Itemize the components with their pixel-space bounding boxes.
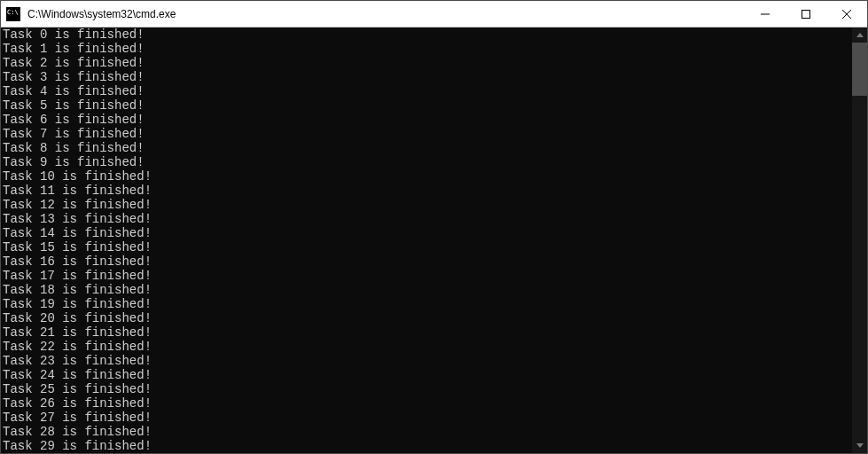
terminal-line: Task 23 is finished!: [3, 354, 850, 368]
scroll-up-arrow-icon[interactable]: [852, 27, 867, 43]
terminal-line: Task 15 is finished!: [3, 240, 850, 254]
terminal-line: Task 20 is finished!: [3, 311, 850, 325]
terminal-line: Task 12 is finished!: [3, 198, 850, 212]
terminal-area: Task 0 is finished!Task 1 is finished!Ta…: [1, 27, 867, 453]
cmd-icon: [6, 7, 20, 21]
terminal-line: Task 14 is finished!: [3, 226, 850, 240]
scrollbar-thumb[interactable]: [852, 43, 867, 96]
terminal-line: Task 21 is finished!: [3, 325, 850, 340]
terminal-output[interactable]: Task 0 is finished!Task 1 is finished!Ta…: [1, 27, 852, 453]
terminal-line: Task 19 is finished!: [3, 297, 850, 311]
terminal-line: Task 16 is finished!: [3, 254, 850, 269]
terminal-line: Task 24 is finished!: [3, 368, 850, 382]
scrollbar-track[interactable]: [852, 43, 867, 438]
cmd-window: C:\Windows\system32\cmd.exe Task 0 is fi…: [0, 0, 868, 454]
terminal-line: Task 9 is finished!: [3, 155, 850, 169]
window-controls: [745, 1, 867, 27]
terminal-line: Task 1 is finished!: [3, 42, 850, 56]
terminal-line: Task 27 is finished!: [3, 411, 850, 425]
terminal-line: Task 3 is finished!: [3, 70, 850, 84]
terminal-line: Task 17 is finished!: [3, 269, 850, 283]
terminal-line: Task 13 is finished!: [3, 212, 850, 226]
terminal-line: Task 0 is finished!: [3, 27, 850, 42]
close-icon: [842, 10, 851, 19]
terminal-line: Task 25 is finished!: [3, 382, 850, 396]
terminal-line: Task 8 is finished!: [3, 141, 850, 155]
terminal-line: Task 22 is finished!: [3, 340, 850, 354]
maximize-button[interactable]: [786, 1, 826, 27]
terminal-line: Task 18 is finished!: [3, 283, 850, 297]
terminal-line: Task 7 is finished!: [3, 127, 850, 141]
terminal-line: Task 5 is finished!: [3, 98, 850, 113]
terminal-line: Task 4 is finished!: [3, 84, 850, 98]
minimize-button[interactable]: [745, 1, 786, 27]
terminal-line: Task 10 is finished!: [3, 169, 850, 184]
vertical-scrollbar[interactable]: [852, 27, 867, 453]
close-button[interactable]: [826, 1, 867, 27]
window-title: C:\Windows\system32\cmd.exe: [26, 8, 745, 20]
terminal-line: Task 26 is finished!: [3, 396, 850, 411]
terminal-line: Task 28 is finished!: [3, 425, 850, 439]
terminal-line: Task 6 is finished!: [3, 113, 850, 127]
maximize-icon: [802, 10, 810, 19]
terminal-line: Task 2 is finished!: [3, 56, 850, 70]
scroll-down-arrow-icon[interactable]: [852, 438, 867, 453]
minimize-icon: [761, 10, 770, 19]
svg-rect-1: [802, 10, 810, 18]
terminal-line: Task 11 is finished!: [3, 184, 850, 198]
terminal-line: Task 29 is finished!: [3, 439, 850, 453]
titlebar[interactable]: C:\Windows\system32\cmd.exe: [1, 1, 867, 27]
